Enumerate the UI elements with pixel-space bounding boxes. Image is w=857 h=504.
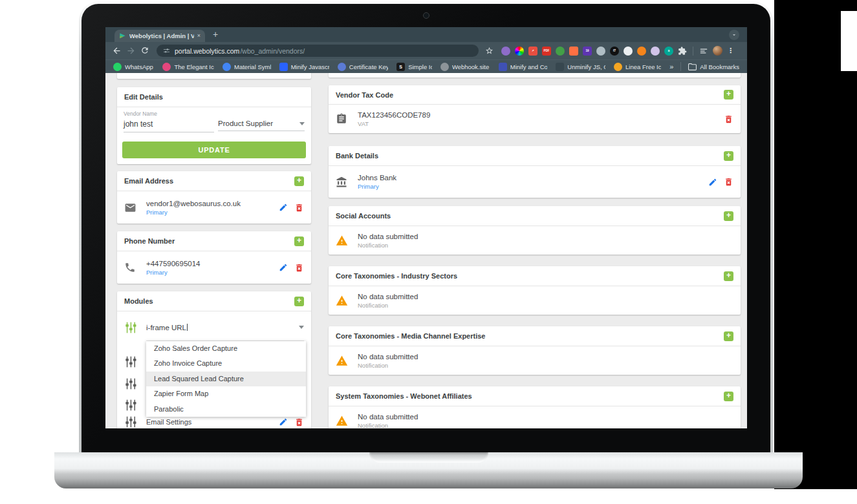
bookmark-item[interactable]: SSimple Icons xyxy=(396,63,432,71)
add-phone-button[interactable]: + xyxy=(294,236,304,246)
white-dot-extension-icon[interactable] xyxy=(624,47,633,56)
laptop-base xyxy=(54,452,803,488)
module-select-row[interactable]: i-frame URL xyxy=(124,315,304,341)
bookmark-item[interactable]: Material Symbols... xyxy=(222,63,271,71)
bookmarks-overflow-chevron[interactable]: » xyxy=(669,63,673,70)
browser-tab[interactable]: Webolytics | Admin | Vendors × xyxy=(114,30,205,42)
tab-search-chevron-icon[interactable] xyxy=(729,30,739,40)
vendor-name-field[interactable]: Vendor Name john test xyxy=(124,110,214,132)
bookmark-star-icon[interactable] xyxy=(485,47,494,55)
extensions-puzzle-icon[interactable] xyxy=(678,47,687,56)
tag-extension-icon[interactable] xyxy=(569,47,578,56)
bookmark-item[interactable]: Certificate Key Ma... xyxy=(338,63,388,71)
bookmark-favicon: S xyxy=(396,63,405,71)
reload-icon[interactable] xyxy=(140,46,150,56)
add-module-button[interactable]: + xyxy=(294,297,304,306)
bookmark-item[interactable]: Unminify JS, CSS... xyxy=(556,63,605,71)
profile-avatar[interactable] xyxy=(713,46,722,56)
edit-phone-button[interactable] xyxy=(279,263,288,272)
badge19-extension-icon[interactable]: 19 xyxy=(583,47,592,56)
bookmark-favicon xyxy=(113,63,122,71)
bookmark-item[interactable]: Minify Javascript -... xyxy=(279,63,329,71)
edit-email-button[interactable] xyxy=(279,203,288,212)
bookmark-label: Minify Javascript -... xyxy=(291,63,329,70)
edit-module-button[interactable] xyxy=(279,417,288,426)
add-media-button[interactable]: + xyxy=(724,331,733,341)
delete-bank-button[interactable] xyxy=(724,177,733,187)
vendor-tax-title: Vendor Tax Code xyxy=(336,91,393,99)
bookmark-item[interactable]: Minify and Compr... xyxy=(499,63,548,71)
extension-icons: ↗PDF19f7a xyxy=(501,47,673,56)
forward-icon[interactable] xyxy=(126,46,136,56)
dropdown-option[interactable]: Parabolic xyxy=(146,402,306,417)
bookmark-item[interactable]: Webhook.site - Te... xyxy=(440,63,490,71)
media-expertise-title: Core Taxonomies - Media Channel Expertis… xyxy=(336,332,485,340)
color-wheel-extension-icon[interactable] xyxy=(515,47,524,56)
lavender-extension-icon[interactable] xyxy=(651,47,660,56)
delete-phone-button[interactable] xyxy=(294,263,304,273)
a-extension-icon[interactable]: a xyxy=(664,47,673,56)
tab-favicon-icon xyxy=(119,32,126,39)
pdf-extension-icon[interactable]: PDF xyxy=(542,47,551,56)
dropdown-option[interactable]: Zapier Form Map xyxy=(146,386,306,401)
add-social-button[interactable]: + xyxy=(724,211,733,221)
f7-extension-icon[interactable]: f7 xyxy=(610,47,619,56)
phone-primary-badge: Primary xyxy=(146,269,279,276)
delete-email-button[interactable] xyxy=(294,203,304,213)
tab-title: Webolytics | Admin | Vendors xyxy=(129,32,194,39)
spark-extension-icon[interactable] xyxy=(556,47,565,56)
bookmark-favicon xyxy=(279,63,288,71)
toolbar-separator xyxy=(693,47,693,56)
media-expertise-card: Core Taxonomies - Media Channel Expertis… xyxy=(329,326,741,375)
bookmark-favicon xyxy=(614,63,622,71)
phone-card: Phone Number + +447590695014 Primary xyxy=(117,231,311,284)
edit-details-title: Edit Details xyxy=(124,93,163,101)
industry-sectors-header: Core Taxonomies - Industry Sectors + xyxy=(329,266,741,286)
browser-window: Webolytics | Admin | Vendors × + xyxy=(105,27,747,428)
arrow-extension-icon[interactable]: ↗ xyxy=(528,47,537,56)
vendor-type-select[interactable]: Product Supplier xyxy=(218,110,305,132)
module-tune-icon xyxy=(124,415,146,428)
email-title: Email Address xyxy=(124,177,173,185)
add-tax-code-button[interactable]: + xyxy=(724,90,733,100)
bookmark-item[interactable]: The Elegant Icon F... xyxy=(162,63,214,71)
dropdown-option[interactable]: Zoho Invoice Capture xyxy=(146,356,306,371)
edit-bank-button[interactable] xyxy=(708,178,717,187)
bookmark-favicon xyxy=(556,63,564,71)
add-industry-button[interactable]: + xyxy=(724,271,733,281)
new-tab-button[interactable]: + xyxy=(213,29,218,39)
cutoff-card-left xyxy=(117,73,311,79)
bookmark-item[interactable]: WhatsApp Web xyxy=(113,63,154,71)
bookmark-favicon xyxy=(222,63,231,71)
side-panel-icon[interactable] xyxy=(699,47,708,56)
social-accounts-card: Social Accounts + No data submitted Noti… xyxy=(329,206,741,255)
bookmark-item[interactable]: Linea Free Iconset xyxy=(614,63,661,71)
gear-extension-icon[interactable] xyxy=(501,47,510,56)
delete-tax-code-button[interactable] xyxy=(724,114,733,124)
admin-page: Edit Details Vendor Name john test Produ… xyxy=(105,73,747,428)
delete-module-button[interactable] xyxy=(294,417,304,427)
url-bar[interactable]: portal.webolytics.com /wbo_admin/vendors… xyxy=(157,45,479,57)
add-bank-button[interactable]: + xyxy=(724,151,733,161)
bookmark-label: Linea Free Iconset xyxy=(625,63,661,70)
bookmarks-separator xyxy=(680,62,681,71)
site-settings-icon[interactable] xyxy=(163,47,170,54)
industry-sectors-title: Core Taxonomies - Industry Sectors xyxy=(336,272,457,280)
browser-toolbar: portal.webolytics.com /wbo_admin/vendors… xyxy=(105,42,747,59)
dropdown-option[interactable]: Lead Squared Lead Capture xyxy=(146,372,306,386)
atom-extension-icon[interactable] xyxy=(596,47,605,56)
update-button[interactable]: UPDATE xyxy=(122,142,306,158)
vendor-name-input[interactable]: john test xyxy=(124,117,214,132)
email-settings-module-row[interactable]: Email Settings xyxy=(124,415,304,428)
chevron-down-icon[interactable] xyxy=(299,326,304,329)
browser-menu-icon[interactable]: ⋮ xyxy=(727,47,734,54)
add-affiliate-button[interactable]: + xyxy=(724,392,733,401)
add-email-button[interactable]: + xyxy=(294,176,304,186)
dropdown-option[interactable]: Zoho Sales Order Capture xyxy=(146,341,306,356)
laptop-base-notch xyxy=(369,452,488,463)
all-bookmarks-button[interactable]: All Bookmarks xyxy=(688,63,739,70)
tab-close-icon[interactable]: × xyxy=(197,33,201,39)
module-search-input[interactable]: i-frame URL xyxy=(146,324,186,331)
fox-extension-icon[interactable] xyxy=(637,47,646,56)
back-icon[interactable] xyxy=(112,46,122,56)
